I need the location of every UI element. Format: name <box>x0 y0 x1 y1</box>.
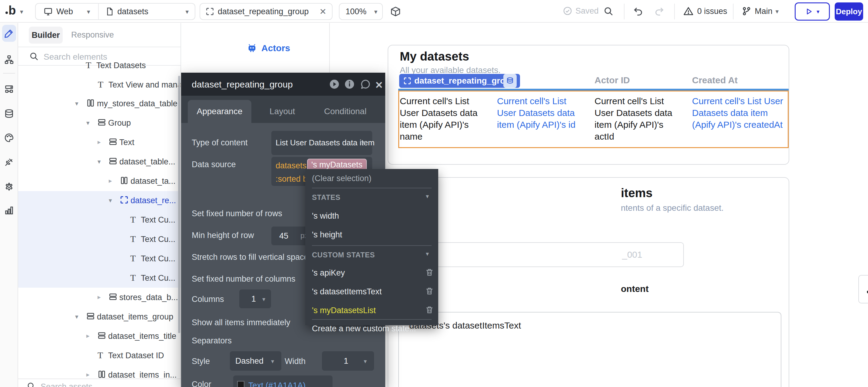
state-datasetitemstext-item[interactable]: 's datasetItemsText <box>312 287 382 296</box>
tree-row-text-cu-4[interactable]: T Text Cu... <box>18 268 181 288</box>
plugins-plug-icon[interactable] <box>4 157 14 167</box>
color-swatch <box>237 381 244 387</box>
database-icon[interactable] <box>4 108 14 119</box>
workflow-sitemap-icon[interactable] <box>4 55 14 65</box>
close-inspector-icon[interactable]: ✕ <box>375 79 383 91</box>
branch-selector[interactable]: Main ▾ <box>741 6 779 17</box>
actors-nav-link[interactable]: Actors <box>247 43 290 53</box>
state-mydatasetslist-item[interactable]: 's myDatasetsList <box>312 306 376 315</box>
tree-row-text[interactable]: ▸ Text <box>18 133 181 152</box>
dropdown-divider-1 <box>312 188 432 188</box>
type-of-content-select[interactable]: List User Datasets data item ▾ <box>271 131 372 155</box>
inspector-titlebar[interactable]: dataset_repeating_group ✕ <box>181 73 385 96</box>
tab-layout[interactable]: Layout <box>270 106 295 116</box>
tab-builder[interactable]: Builder <box>29 27 63 43</box>
tree-row-text-datasets[interactable]: T Text Datasets <box>18 56 181 75</box>
toolbar-divider-3 <box>733 4 734 20</box>
create-custom-state-item[interactable]: Create a new custom state... <box>312 324 416 333</box>
rg-cell-id[interactable]: Current cell's List User Datasets data i… <box>497 95 583 130</box>
custom-states-collapse-icon[interactable]: ▾ <box>426 250 429 257</box>
preview-button[interactable]: ▾ <box>795 2 830 21</box>
tree-row-text-cu-2[interactable]: T Text Cu... <box>18 229 181 249</box>
tab-appearance[interactable]: Appearance <box>188 100 251 123</box>
state-apikey-item[interactable]: 's apiKey <box>312 268 345 278</box>
my-datasets-title: My datasets <box>400 50 469 63</box>
min-height-label: Min height of row <box>192 231 254 240</box>
comment-icon[interactable] <box>360 79 371 90</box>
page-selector[interactable]: datasets <box>118 7 148 17</box>
zoom-selector[interactable]: 100% ▾ <box>339 3 383 20</box>
dataset-content-label: ontent <box>621 284 649 294</box>
repeating-group-tab-icon <box>206 7 214 16</box>
branch-chevron-icon: ▾ <box>776 8 779 14</box>
states-section-header[interactable]: STATES <box>312 193 340 202</box>
tree-row-dataset-table[interactable]: ▾ dataset_table... <box>18 152 181 171</box>
style-label: Style <box>192 357 210 366</box>
tree-row-text-cu-1[interactable]: T Text Cu... <box>18 210 181 229</box>
show-all-label: Show all items immediately <box>192 318 290 327</box>
columns-select[interactable]: 1 ▾ <box>239 290 271 308</box>
tree-row-text-cu-3[interactable]: T Text Cu... <box>18 249 181 268</box>
close-tab-icon[interactable]: ✕ <box>319 7 327 17</box>
tree-row-dataset-items-title[interactable]: ▸ dataset_items_title <box>18 326 181 346</box>
logs-chart-icon[interactable] <box>4 205 14 216</box>
dataset-id-input[interactable]: _001 <box>400 242 684 267</box>
tree-row-my-stores-data-table[interactable]: ▾ my_stores_data_table <box>18 94 181 113</box>
component-cube-icon[interactable] <box>390 6 401 17</box>
tree-scrollbar[interactable] <box>178 76 180 333</box>
custom-states-section-header[interactable]: CUSTOM STATES <box>312 251 375 259</box>
clear-selection-item[interactable]: (Clear selection) <box>312 174 372 183</box>
settings-gear-icon[interactable] <box>4 181 14 191</box>
bubble-logo[interactable]: b <box>5 4 16 17</box>
data-source-chip[interactable] <box>503 74 517 88</box>
canvas-column-divider <box>329 23 330 73</box>
issues-indicator[interactable]: 0 issues <box>683 6 727 17</box>
delete-datasetitemstext-icon[interactable] <box>425 287 434 295</box>
dataset-items-title: items <box>621 186 653 200</box>
undo-icon[interactable] <box>633 6 643 17</box>
deploy-button[interactable]: Deploy <box>835 2 863 21</box>
delete-mydatasetslist-icon[interactable] <box>425 305 434 314</box>
design-pencil-icon[interactable] <box>4 28 14 38</box>
element-tab[interactable]: dataset_repeating_group ✕ <box>199 3 333 20</box>
zoom-chevron-icon: ▾ <box>374 8 377 15</box>
search-icon[interactable] <box>603 6 614 17</box>
states-collapse-icon[interactable]: ▾ <box>426 193 429 200</box>
rows-element-icon <box>97 118 106 127</box>
width-select[interactable]: 1 ▾ <box>322 351 374 370</box>
logo-menu-chevron[interactable]: ▾ <box>20 8 23 15</box>
state-width-item[interactable]: 's width <box>312 212 339 221</box>
platform-selector[interactable]: Web <box>56 7 73 17</box>
inspector-tabs: Appearance Layout Conditional <box>181 96 385 123</box>
tree-row-text-view[interactable]: T Text View and mana... <box>18 75 181 95</box>
styles-palette-icon[interactable] <box>4 133 14 143</box>
tab-conditional[interactable]: Conditional <box>324 106 367 116</box>
state-height-item[interactable]: 's height <box>312 230 342 239</box>
download-csv-button[interactable]: Download as CSV <box>858 275 868 303</box>
rg-cell-name[interactable]: Current cell's List User Datasets data i… <box>400 95 491 142</box>
tree-row-dataset-ta[interactable]: ▸ dataset_ta... <box>18 171 181 191</box>
style-select[interactable]: Dashed ▾ <box>230 351 281 370</box>
rg-cell-createdat[interactable]: Current cell's List User Datasets data i… <box>692 95 784 130</box>
color-picker[interactable]: Text (#1A1A1A) <box>233 376 333 387</box>
tab-responsive[interactable]: Responsive <box>71 30 114 40</box>
rg-cell-actid[interactable]: Current cell's List User Datasets data i… <box>594 95 681 142</box>
platform-chevron-icon[interactable]: ▾ <box>87 8 90 15</box>
search-assets-input[interactable]: Search assets <box>40 382 92 387</box>
columns-element-icon <box>86 99 95 107</box>
assets-search-bar: Search assets <box>18 379 181 387</box>
components-icon[interactable] <box>4 84 14 95</box>
page-chevron-icon[interactable]: ▾ <box>185 8 189 15</box>
redo-icon[interactable] <box>654 6 664 17</box>
tree-row-dataset-items-group[interactable]: ▾ dataset_items_group <box>18 307 181 326</box>
preview-element-icon[interactable] <box>329 79 340 90</box>
tree-row-group[interactable]: ▾ Group <box>18 113 181 133</box>
tree-row-stores-data-b[interactable]: ▸ stores_data_b... <box>18 288 181 307</box>
left-rail <box>0 23 18 387</box>
saved-check-icon <box>563 6 572 16</box>
tree-row-text-dataset-id[interactable]: T Text Dataset ID <box>18 346 181 365</box>
selected-element-badge[interactable]: dataset_repeating_group <box>399 74 520 88</box>
delete-apikey-icon[interactable] <box>425 268 434 277</box>
tree-row-dataset-repeating-group[interactable]: ▾ dataset_re... <box>18 191 181 210</box>
info-icon[interactable] <box>344 79 355 90</box>
